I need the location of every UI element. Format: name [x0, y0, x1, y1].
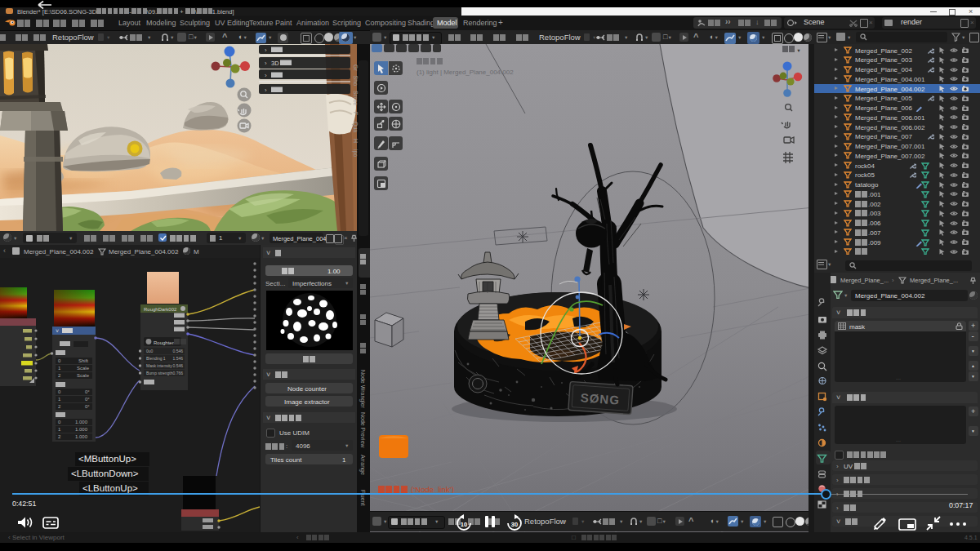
svg-text:0u0: 0u0 [146, 349, 154, 353]
svg-text:0°: 0° [85, 397, 90, 402]
svg-text:1.000: 1.000 [75, 434, 88, 439]
svg-text:0.546: 0.546 [172, 349, 183, 353]
svg-text:›: › [265, 72, 267, 79]
svg-text:1.000: 1.000 [75, 420, 88, 424]
svg-text:10: 10 [461, 521, 467, 528]
svg-text:Blending 1: Blending 1 [146, 356, 166, 361]
svg-text:1.546: 1.546 [172, 356, 183, 361]
svg-text:Mask intensity: Mask intensity [146, 363, 172, 368]
svg-text:˅: ˅ [56, 328, 59, 334]
svg-text:›: › [265, 60, 267, 67]
svg-text:0°: 0° [85, 404, 90, 409]
svg-text:›: › [265, 47, 267, 54]
svg-text:RoughDark002: RoughDark002 [144, 307, 177, 312]
svg-text:3D: 3D [271, 60, 279, 67]
svg-text:0.766: 0.766 [172, 371, 183, 375]
svg-text:SØNG: SØNG [580, 390, 620, 407]
svg-text:Roughten: Roughten [154, 340, 175, 345]
svg-text:30: 30 [511, 521, 518, 528]
svg-text:›: › [265, 87, 267, 94]
svg-text:Bump strength: Bump strength [146, 371, 173, 375]
svg-text:0.546: 0.546 [172, 363, 183, 368]
svg-text:1.000: 1.000 [75, 427, 88, 432]
svg-text:Scale: Scale [77, 366, 90, 371]
svg-text:Shift: Shift [78, 358, 88, 363]
svg-text:0°: 0° [85, 389, 90, 394]
svg-text:Scale: Scale [77, 373, 90, 378]
